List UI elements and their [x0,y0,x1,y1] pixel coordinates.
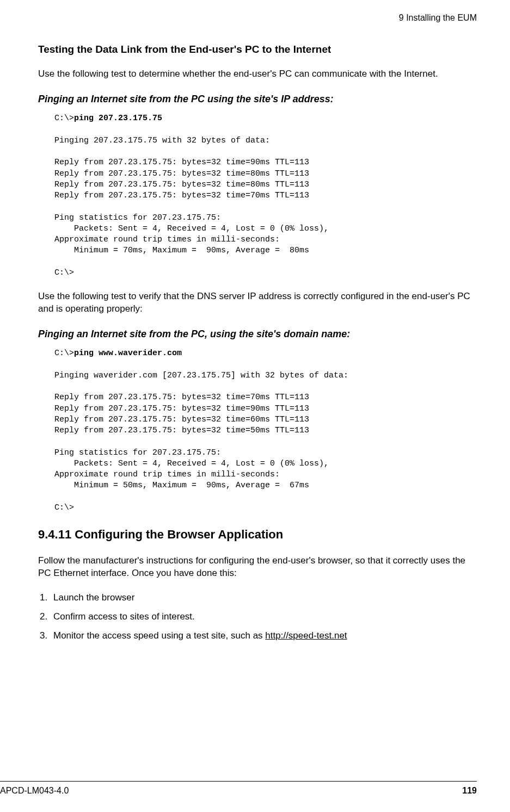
code-block-ping-domain: C:\>ping www.waverider.com Pinging waver… [54,348,477,513]
footer-doc-id: APCD-LM043-4.0 [0,785,69,797]
running-header: 9 Installing the EUM [38,12,477,24]
heading-configuring-browser: 9.4.11 Configuring the Browser Applicati… [38,526,477,543]
speed-test-link[interactable]: http://speed-test.net [265,630,347,641]
step-2: Confirm access to sites of interest. [50,611,477,623]
code-block-ping-ip: C:\>ping 207.23.175.75 Pinging 207.23.17… [54,113,477,278]
command: ping 207.23.175.75 [74,114,162,123]
page-footer: APCD-LM043-4.0 119 [0,781,510,797]
steps-list: Launch the browser Confirm access to sit… [50,592,477,642]
prompt: C:\> [54,114,74,123]
intro-paragraph-2: Follow the manufacturer's instructions f… [38,555,477,580]
step-3-text: Monitor the access speed using a test si… [53,630,265,641]
step-1: Launch the browser [50,592,477,604]
prompt: C:\> [54,349,74,358]
command: ping www.waverider.com [74,349,182,358]
subhead-ping-domain: Pinging an Internet site from the PC, us… [38,327,477,340]
section-title-data-link-test: Testing the Data Link from the End-user'… [38,42,477,57]
subhead-ping-ip: Pinging an Internet site from the PC usi… [38,92,477,106]
mid-paragraph: Use the following test to verify that th… [38,290,477,315]
footer-page-number: 119 [462,785,477,797]
step-3: Monitor the access speed using a test si… [50,630,477,642]
output: Pinging waverider.com [207.23.175.75] wi… [54,371,348,512]
output: Pinging 207.23.175.75 with 32 bytes of d… [54,136,329,277]
intro-paragraph-1: Use the following test to determine whet… [38,68,477,80]
